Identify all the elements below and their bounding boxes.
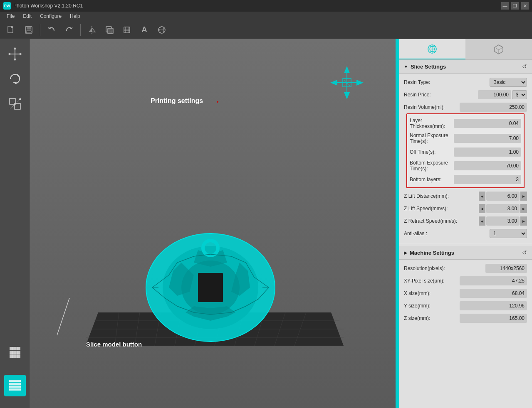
svg-marker-67 (330, 80, 337, 86)
anti-alias-select[interactable]: 1 2 4 8 (490, 229, 527, 238)
resin-type-select[interactable]: Basic ABS-Like Tough (490, 78, 527, 87)
toolbar-mirror[interactable] (85, 23, 99, 37)
printing-settings-callout: Printing settings (151, 97, 203, 105)
menu-configure[interactable]: Configure (36, 12, 66, 21)
z-lift-distance-stepper: ◄ ► (479, 192, 527, 201)
tool-scale[interactable] (4, 93, 26, 115)
slice-settings-refresh[interactable]: ↺ (522, 63, 527, 70)
app-title: Photon Workshop V2.1.20.RC1 (13, 3, 501, 9)
window-controls: — ❐ ✕ (501, 2, 529, 10)
svg-rect-39 (9, 383, 21, 385)
normal-exposure-input[interactable] (454, 134, 521, 143)
toolbar-text[interactable]: A (137, 23, 151, 37)
xy-pixel-input[interactable] (460, 276, 527, 285)
restore-button[interactable]: ❐ (511, 2, 519, 10)
svg-marker-64 (344, 66, 350, 73)
bottom-layers-input[interactable] (454, 175, 521, 184)
minimize-button[interactable]: — (501, 2, 509, 10)
layer-thickness-input[interactable] (454, 119, 521, 128)
z-retract-speed-label: Z Retract Speed(mm/s): (404, 218, 479, 224)
bottom-exposure-input[interactable] (454, 161, 521, 170)
bottom-exposure-label: Bottom Exposure Time(s): (410, 160, 454, 172)
z-retract-speed-input[interactable] (486, 216, 520, 226)
toolbar-save[interactable] (22, 23, 36, 37)
svg-rect-34 (17, 351, 20, 354)
toolbar-support[interactable] (120, 23, 134, 37)
svg-marker-21 (14, 59, 16, 61)
y-size-label: Y size(mm): (404, 303, 460, 309)
tool-rotate[interactable] (4, 68, 26, 90)
z-lift-speed-input[interactable] (486, 204, 520, 213)
resin-price-unit-select[interactable]: $ € (512, 90, 527, 99)
title-bar: PW Photon Workshop V2.1.20.RC1 — ❐ ✕ (0, 0, 532, 12)
z-retract-speed-dec[interactable]: ◄ (479, 216, 485, 226)
y-size-input[interactable] (460, 301, 527, 310)
z-lift-distance-input[interactable] (486, 192, 520, 201)
x-size-row: X size(mm): (404, 287, 527, 300)
z-lift-distance-inc[interactable]: ► (520, 192, 527, 201)
svg-marker-22 (8, 53, 10, 55)
z-retract-speed-inc[interactable]: ► (520, 216, 527, 226)
resin-price-label: Resin Price: (404, 92, 478, 98)
svg-point-74 (217, 101, 218, 103)
svg-marker-20 (14, 47, 16, 49)
anti-alias-row: Anti-alias : 1 2 4 8 (404, 227, 527, 240)
xy-pixel-row: XY-Pixel size(um): (404, 275, 527, 287)
off-time-input[interactable] (454, 147, 521, 157)
resolution-input[interactable] (485, 264, 527, 273)
toolbar-undo[interactable] (45, 23, 59, 37)
toolbar-sep1 (40, 24, 40, 36)
z-lift-speed-dec[interactable]: ◄ (479, 204, 485, 213)
resolution-row: Resolution(pixels): (404, 262, 527, 275)
toolbar-new[interactable] (4, 23, 18, 37)
svg-rect-41 (9, 388, 21, 391)
bottom-layers-label: Bottom layers: (410, 177, 454, 182)
resin-price-input[interactable] (478, 90, 511, 99)
toolbar-boolean[interactable] (102, 23, 116, 37)
menu-edit[interactable]: Edit (19, 12, 36, 21)
svg-rect-40 (9, 386, 21, 388)
close-button[interactable]: ✕ (521, 2, 529, 10)
slice-button[interactable] (4, 375, 26, 396)
tab-slice[interactable] (399, 39, 465, 59)
layer-thickness-row: Layer Thickness(mm): (410, 116, 521, 131)
z-lift-speed-inc[interactable]: ► (520, 204, 527, 213)
z-size-input[interactable] (460, 314, 527, 323)
app-icon: PW (3, 2, 11, 10)
resin-volume-input[interactable] (460, 103, 527, 112)
machine-settings-content: Resolution(pixels): XY-Pixel size(um): X… (399, 260, 532, 327)
svg-rect-37 (17, 354, 20, 358)
viewport[interactable]: Photon S (30, 39, 399, 408)
navigation-cross[interactable] (328, 64, 366, 103)
svg-rect-35 (10, 354, 13, 358)
tool-grid-9[interactable] (4, 342, 26, 363)
svg-rect-29 (10, 347, 13, 350)
z-lift-speed-row: Z Lift Speed(mm/s): ◄ ► (404, 202, 527, 215)
menu-help[interactable]: Help (66, 12, 84, 21)
z-lift-distance-dec[interactable]: ◄ (479, 192, 485, 201)
toolbar-print[interactable] (155, 23, 169, 37)
y-size-row: Y size(mm): (404, 300, 527, 312)
machine-section-arrow: ▶ (404, 251, 407, 255)
resin-volume-row: Resin Volume(ml): (404, 101, 527, 113)
machine-settings-refresh[interactable]: ↺ (522, 249, 527, 256)
menu-file[interactable]: File (2, 12, 19, 21)
svg-rect-32 (10, 351, 13, 354)
scrollbar-thumb[interactable] (396, 39, 399, 408)
svg-rect-31 (17, 347, 20, 350)
off-time-label: Off Time(s): (410, 149, 454, 155)
svg-rect-3 (26, 31, 31, 33)
z-retract-speed-row: Z Retract Speed(mm/s): ◄ ► (404, 215, 527, 227)
slice-settings-content: Resin Type: Basic ABS-Like Tough Resin P… (399, 74, 532, 242)
svg-line-27 (10, 98, 20, 109)
settings-divider (399, 244, 532, 244)
toolbar-redo[interactable] (62, 23, 76, 37)
x-size-input[interactable] (460, 289, 527, 298)
tab-model[interactable] (465, 39, 532, 59)
xy-pixel-label: XY-Pixel size(um): (404, 278, 460, 284)
svg-line-75 (57, 298, 69, 335)
resin-volume-label: Resin Volume(ml): (404, 104, 460, 110)
tool-move[interactable] (4, 43, 26, 65)
highlighted-print-settings: Layer Thickness(mm): Normal Exposure Tim… (406, 113, 525, 188)
svg-rect-38 (9, 380, 21, 382)
